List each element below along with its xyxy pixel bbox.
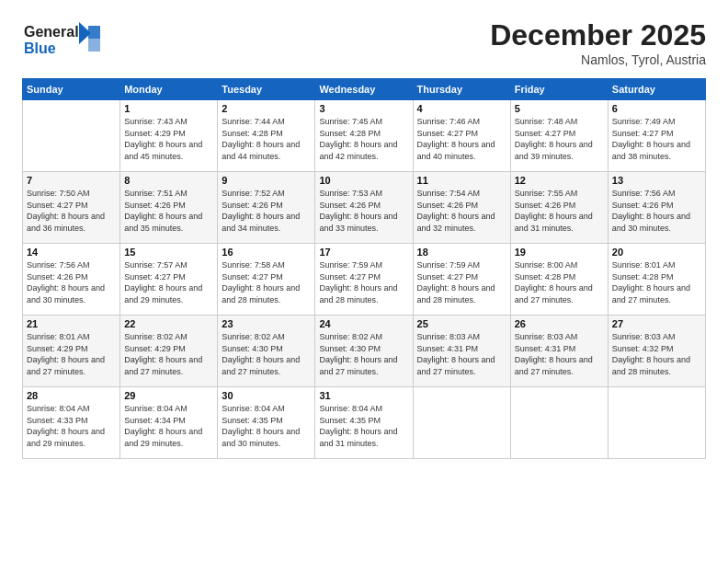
sunrise-text: Sunrise: 8:04 AM [124,403,213,415]
calendar-cell-4-7: 27Sunrise: 8:03 AMSunset: 4:32 PMDayligh… [608,316,705,387]
day-number: 15 [124,247,213,258]
daylight-text-cont: and 45 minutes. [124,151,213,163]
col-sunday: Sunday [23,79,120,100]
sunrise-text: Sunrise: 7:59 AM [417,259,506,271]
day-info: Sunrise: 7:59 AMSunset: 4:27 PMDaylight:… [417,259,506,305]
week-row-5: 28Sunrise: 8:04 AMSunset: 4:33 PMDayligh… [23,387,706,459]
col-wednesday: Wednesday [315,79,413,100]
daylight-text-cont: and 27 minutes. [319,366,408,378]
calendar-cell-4-2: 22Sunrise: 8:02 AMSunset: 4:29 PMDayligh… [120,316,218,387]
day-number: 28 [27,390,116,401]
sunset-text: Sunset: 4:26 PM [319,200,408,212]
sunset-text: Sunset: 4:28 PM [515,271,604,283]
daylight-text-cont: and 44 minutes. [222,151,311,163]
calendar-cell-2-1: 7Sunrise: 7:50 AMSunset: 4:27 PMDaylight… [23,172,120,244]
day-info: Sunrise: 7:45 AMSunset: 4:28 PMDaylight:… [319,116,408,162]
logo: General Blue [22,18,105,63]
sunset-text: Sunset: 4:26 PM [417,200,506,212]
sunset-text: Sunset: 4:26 PM [222,200,311,212]
week-row-1: 1Sunrise: 7:43 AMSunset: 4:29 PMDaylight… [23,100,706,172]
sunset-text: Sunset: 4:30 PM [319,343,408,355]
daylight-text: Daylight: 8 hours and [319,282,408,294]
calendar-cell-1-4: 3Sunrise: 7:45 AMSunset: 4:28 PMDaylight… [315,100,413,172]
daylight-text-cont: and 31 minutes. [515,223,604,235]
col-monday: Monday [120,79,218,100]
daylight-text-cont: and 27 minutes. [222,366,311,378]
daylight-text: Daylight: 8 hours and [417,354,506,366]
day-info: Sunrise: 7:57 AMSunset: 4:27 PMDaylight:… [124,259,213,305]
sunrise-text: Sunrise: 7:45 AM [319,116,408,128]
calendar-cell-3-2: 15Sunrise: 7:57 AMSunset: 4:27 PMDayligh… [120,244,218,316]
sunrise-text: Sunrise: 7:54 AM [417,188,506,200]
daylight-text: Daylight: 8 hours and [27,354,116,366]
daylight-text: Daylight: 8 hours and [319,426,408,438]
daylight-text: Daylight: 8 hours and [222,354,311,366]
daylight-text-cont: and 28 minutes. [417,294,506,306]
daylight-text: Daylight: 8 hours and [417,211,506,223]
day-info: Sunrise: 7:54 AMSunset: 4:26 PMDaylight:… [417,188,506,234]
sunset-text: Sunset: 4:29 PM [124,343,213,355]
day-info: Sunrise: 8:02 AMSunset: 4:29 PMDaylight:… [124,331,213,377]
svg-marker-3 [88,39,100,52]
calendar-cell-5-4: 31Sunrise: 8:04 AMSunset: 4:35 PMDayligh… [315,387,413,459]
calendar-cell-5-1: 28Sunrise: 8:04 AMSunset: 4:33 PMDayligh… [23,387,120,459]
day-number: 29 [124,390,213,401]
sunrise-text: Sunrise: 7:53 AM [319,188,408,200]
daylight-text-cont: and 27 minutes. [27,366,116,378]
day-number: 18 [417,247,506,258]
calendar-cell-1-1 [23,100,120,172]
week-row-3: 14Sunrise: 7:56 AMSunset: 4:26 PMDayligh… [23,244,706,316]
day-number: 11 [417,175,506,186]
sunset-text: Sunset: 4:27 PM [124,271,213,283]
sunset-text: Sunset: 4:26 PM [124,200,213,212]
day-number: 26 [515,318,604,329]
daylight-text: Daylight: 8 hours and [27,282,116,294]
sunset-text: Sunset: 4:27 PM [319,271,408,283]
sunset-text: Sunset: 4:35 PM [222,415,311,427]
daylight-text: Daylight: 8 hours and [222,426,311,438]
day-number: 25 [417,318,506,329]
sunrise-text: Sunrise: 8:04 AM [222,403,311,415]
day-number: 1 [124,103,213,114]
daylight-text-cont: and 31 minutes. [319,438,408,450]
sunset-text: Sunset: 4:27 PM [222,271,311,283]
day-info: Sunrise: 7:46 AMSunset: 4:27 PMDaylight:… [417,116,506,162]
daylight-text-cont: and 27 minutes. [417,366,506,378]
daylight-text: Daylight: 8 hours and [515,139,604,151]
calendar-cell-4-5: 25Sunrise: 8:03 AMSunset: 4:31 PMDayligh… [413,316,510,387]
sunset-text: Sunset: 4:26 PM [515,200,604,212]
daylight-text-cont: and 36 minutes. [27,223,116,235]
sunrise-text: Sunrise: 7:55 AM [515,188,604,200]
sunset-text: Sunset: 4:28 PM [612,271,701,283]
calendar-cell-3-7: 20Sunrise: 8:01 AMSunset: 4:28 PMDayligh… [608,244,705,316]
calendar-cell-2-2: 8Sunrise: 7:51 AMSunset: 4:26 PMDaylight… [120,172,218,244]
sunrise-text: Sunrise: 8:04 AM [319,403,408,415]
calendar-cell-2-5: 11Sunrise: 7:54 AMSunset: 4:26 PMDayligh… [413,172,510,244]
day-number: 14 [27,247,116,258]
sunset-text: Sunset: 4:27 PM [612,128,701,140]
calendar-cell-5-3: 30Sunrise: 8:04 AMSunset: 4:35 PMDayligh… [218,387,315,459]
sunrise-text: Sunrise: 7:50 AM [27,188,116,200]
calendar-cell-2-4: 10Sunrise: 7:53 AMSunset: 4:26 PMDayligh… [315,172,413,244]
daylight-text: Daylight: 8 hours and [124,211,213,223]
day-info: Sunrise: 7:55 AMSunset: 4:26 PMDaylight:… [515,188,604,234]
daylight-text: Daylight: 8 hours and [222,139,311,151]
daylight-text: Daylight: 8 hours and [319,139,408,151]
day-number: 2 [222,103,311,114]
day-number: 17 [319,247,408,258]
svg-marker-2 [88,26,100,39]
calendar-cell-1-2: 1Sunrise: 7:43 AMSunset: 4:29 PMDaylight… [120,100,218,172]
day-number: 24 [319,318,408,329]
calendar-cell-2-3: 9Sunrise: 7:52 AMSunset: 4:26 PMDaylight… [218,172,315,244]
calendar-cell-4-1: 21Sunrise: 8:01 AMSunset: 4:29 PMDayligh… [23,316,120,387]
daylight-text-cont: and 27 minutes. [124,366,213,378]
daylight-text-cont: and 32 minutes. [417,223,506,235]
sunset-text: Sunset: 4:28 PM [222,128,311,140]
day-number: 13 [612,175,701,186]
daylight-text: Daylight: 8 hours and [515,282,604,294]
daylight-text-cont: and 42 minutes. [319,151,408,163]
sunrise-text: Sunrise: 8:04 AM [27,403,116,415]
day-number: 4 [417,103,506,114]
daylight-text-cont: and 29 minutes. [27,438,116,450]
month-title: December 2025 [490,18,706,52]
